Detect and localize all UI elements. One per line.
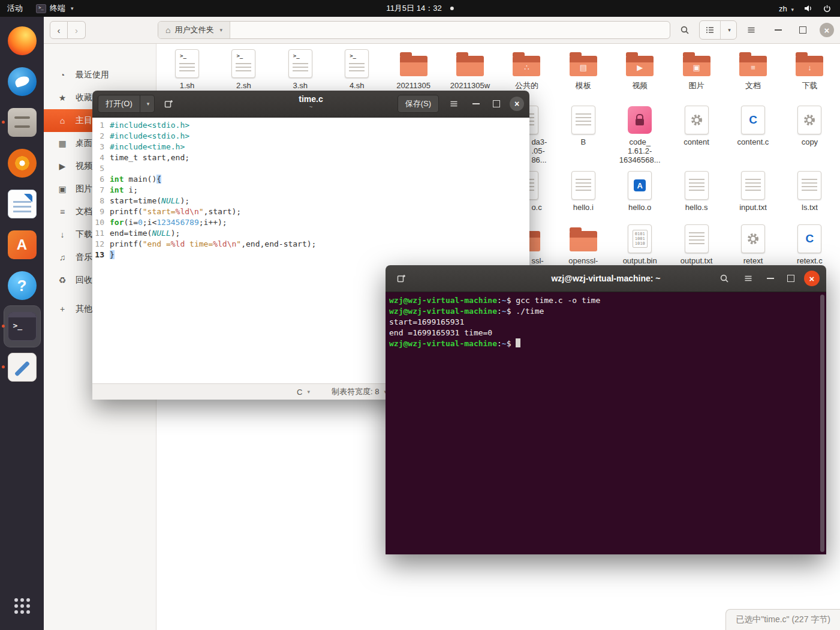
sidebar-item-label: 音乐: [76, 252, 92, 263]
file-item[interactable]: retext: [725, 224, 781, 265]
gedit-minimize-button[interactable]: [469, 97, 483, 111]
dock-item-libreoffice-writer[interactable]: [4, 184, 40, 224]
files-icon: [8, 108, 37, 137]
music-icon: ♫: [57, 253, 68, 262]
dock-item-help[interactable]: [4, 265, 40, 306]
sidebar-item-recent[interactable]: ◔最近使用: [44, 64, 156, 86]
file-item[interactable]: input.txt: [725, 171, 781, 212]
gedit-menu-button[interactable]: [445, 95, 463, 113]
menu-button[interactable]: [742, 21, 761, 39]
file-item[interactable]: hello.s: [669, 171, 725, 212]
activities-button[interactable]: 活动: [7, 3, 23, 14]
file-item-label: 文档: [745, 81, 761, 90]
new-tab-button[interactable]: [392, 269, 410, 287]
power-icon[interactable]: [823, 4, 832, 13]
file-item[interactable]: code_ 1.61.2- 16346568...: [612, 106, 668, 164]
gedit-maximize-button[interactable]: [489, 97, 504, 111]
back-button[interactable]: ‹: [50, 21, 68, 39]
chevron-down-icon: ▾: [219, 27, 222, 33]
save-button[interactable]: 保存(S): [398, 95, 439, 113]
file-item[interactable]: ▤模板: [555, 49, 612, 90]
search-button[interactable]: [675, 21, 694, 39]
file-item[interactable]: 20211305: [386, 49, 442, 90]
terminal-search-button[interactable]: [715, 269, 733, 287]
minimize-button[interactable]: [770, 22, 786, 38]
terminal-menu-button[interactable]: [739, 269, 757, 287]
files-headerbar: ‹ › ⌂ 用户文件夹 ▾ ▾ ×: [44, 17, 840, 44]
selection-status: 已选中"time.c" (227 字节): [725, 609, 840, 630]
maximize-button[interactable]: [795, 22, 811, 38]
file-item[interactable]: Ahello.o: [612, 171, 668, 212]
file-item[interactable]: 010110011010output.bin: [612, 224, 668, 265]
code-line: end=time(NULL);: [110, 228, 529, 239]
file-item[interactable]: >_4.sh: [329, 49, 385, 90]
trash-icon: ♻: [57, 275, 68, 285]
dock-item-ubuntu-software[interactable]: [4, 224, 40, 265]
sidebar-item-label: 文档: [76, 206, 92, 217]
file-item[interactable]: output.txt: [669, 224, 725, 265]
open-dropdown-button[interactable]: ▾: [140, 95, 155, 113]
sidebar-item-label: 桌面: [76, 138, 92, 149]
dock-item-terminal[interactable]: [4, 306, 40, 347]
clock-button[interactable]: 11月5日 14：32: [386, 0, 453, 17]
dock-item-files[interactable]: [4, 102, 40, 143]
file-item[interactable]: >_2.sh: [215, 49, 272, 90]
list-view-button[interactable]: [700, 21, 720, 39]
dock-item-thunderbird[interactable]: [4, 61, 40, 102]
volume-icon[interactable]: [803, 4, 813, 13]
sidebar-item-label: 收藏: [76, 92, 92, 103]
file-item[interactable]: ▣图片: [669, 49, 725, 90]
new-document-button[interactable]: [159, 95, 177, 113]
terminal-screen[interactable]: wzj@wzj-virtual-machine:~$ gcc time.c -o…: [386, 292, 826, 554]
terminal-minimize-button[interactable]: [763, 271, 778, 286]
file-item-label: retext.c: [797, 256, 823, 265]
dock-item-rhythmbox[interactable]: [4, 143, 40, 184]
terminal-scrollbar[interactable]: [820, 295, 824, 552]
file-item[interactable]: openssl-: [555, 224, 612, 265]
terminal-close-button[interactable]: ×: [804, 271, 820, 286]
file-item-label: hello.o: [628, 203, 651, 212]
file-item[interactable]: ▶视频: [612, 49, 668, 90]
chevron-down-icon: ▾: [791, 7, 794, 13]
file-item[interactable]: content: [669, 106, 725, 146]
dock-item-show-apps[interactable]: [4, 586, 40, 626]
tab-width-selector[interactable]: 制表符宽度: 8▾: [332, 386, 387, 397]
file-item[interactable]: >_3.sh: [272, 49, 329, 90]
view-options-caret-button[interactable]: ▾: [720, 21, 736, 39]
terminal-icon: [8, 312, 37, 341]
open-button[interactable]: 打开(O): [98, 95, 140, 113]
media-indicator-dot-icon: [450, 7, 454, 10]
file-item[interactable]: ≡文档: [725, 49, 781, 90]
code-line: time_t start,end;: [110, 152, 529, 163]
gedit-close-button[interactable]: ×: [510, 97, 524, 111]
sidebar-item-label: 图片: [76, 184, 92, 194]
dock-item-gedit[interactable]: [4, 347, 40, 388]
file-item[interactable]: Cretext.c: [781, 224, 838, 265]
downloads-icon: ↓: [57, 230, 68, 239]
forward-button[interactable]: ›: [68, 21, 86, 39]
text-icon: [569, 171, 598, 200]
pictures-icon: ▣: [57, 184, 68, 194]
dock-item-firefox[interactable]: [4, 20, 40, 61]
file-item[interactable]: ↓下载: [781, 49, 838, 90]
language-indicator[interactable]: zh ▾: [779, 4, 794, 13]
close-button[interactable]: ×: [820, 23, 834, 37]
terminal-headerbar: wzj@wzj-virtual-machine: ~ ×: [386, 265, 826, 292]
path-bar[interactable]: ⌂ 用户文件夹 ▾: [158, 21, 670, 39]
file-item[interactable]: copy: [781, 106, 838, 146]
path-segment-home[interactable]: ⌂ 用户文件夹 ▾: [158, 22, 230, 38]
code-line: }: [110, 250, 529, 260]
file-item[interactable]: Ccontent.c: [725, 106, 781, 146]
text-icon: [569, 106, 598, 134]
terminal-maximize-button[interactable]: [784, 271, 798, 286]
file-item[interactable]: hello.i: [555, 171, 612, 212]
app-indicator[interactable]: >_ 终端 ▾: [36, 3, 74, 14]
code-line: printf("end =%ld time=%ld\n",end,end-sta…: [110, 239, 529, 250]
file-item[interactable]: >_1.sh: [159, 49, 215, 90]
file-item[interactable]: B: [555, 106, 612, 146]
file-item[interactable]: ls.txt: [781, 171, 838, 212]
file-item[interactable]: ∴公共的: [498, 49, 555, 90]
file-item[interactable]: 20211305w: [442, 49, 498, 90]
language-mode-selector[interactable]: C▾: [297, 388, 310, 397]
folder-icon: [399, 49, 428, 78]
